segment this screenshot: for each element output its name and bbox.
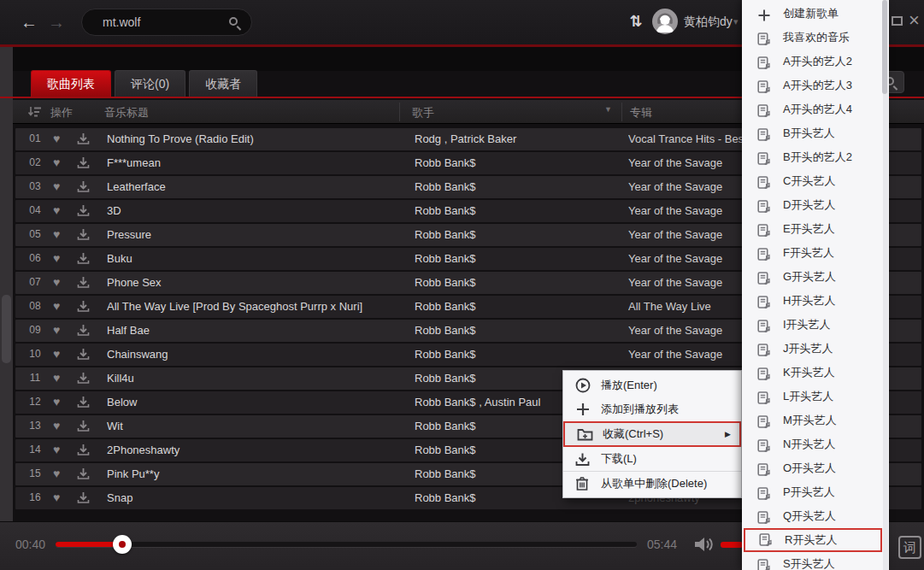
download-icon[interactable]	[77, 372, 90, 387]
progress-bar[interactable]	[56, 542, 637, 547]
like-heart-icon[interactable]: ♥	[53, 395, 60, 408]
download-icon[interactable]	[77, 396, 90, 411]
volume-bar[interactable]	[721, 542, 743, 548]
playlist-menu-item[interactable]: 创建新歌单	[742, 2, 884, 26]
lyrics-button[interactable]: 词	[898, 536, 921, 559]
song-title[interactable]: Chainswang	[107, 348, 406, 361]
sort-icon[interactable]	[28, 106, 42, 120]
like-heart-icon[interactable]: ♥	[53, 347, 60, 361]
download-icon[interactable]	[77, 444, 90, 459]
like-heart-icon[interactable]: ♥	[53, 467, 60, 480]
tab-song-list[interactable]: 歌曲列表	[31, 70, 111, 97]
like-heart-icon[interactable]: ♥	[53, 371, 60, 385]
like-heart-icon[interactable]: ♥	[53, 132, 60, 145]
context-menu-item[interactable]: 添加到播放列表 ▶	[563, 397, 741, 421]
download-icon[interactable]	[77, 348, 90, 363]
playlist-menu-item[interactable]: R开头艺人	[744, 528, 882, 552]
download-icon[interactable]	[77, 467, 90, 483]
header-title[interactable]: 音乐标题	[104, 105, 149, 120]
song-title[interactable]: Leatherface	[107, 180, 406, 193]
like-heart-icon[interactable]: ♥	[53, 419, 60, 432]
like-heart-icon[interactable]: ♥	[53, 203, 60, 217]
playlist-menu-item[interactable]: M开头艺人	[742, 408, 884, 432]
download-icon[interactable]	[77, 156, 90, 172]
song-title[interactable]: Pressure	[107, 228, 406, 241]
song-title[interactable]: Phone Sex	[107, 276, 406, 289]
playlist-menu-item[interactable]: O开头艺人	[742, 456, 884, 480]
playlist-menu-item[interactable]: 我喜欢的音乐	[742, 26, 884, 50]
download-icon[interactable]	[77, 300, 90, 315]
playlist-menu-item[interactable]: I开头艺人	[742, 313, 884, 337]
song-artist[interactable]: Robb Bank$	[415, 228, 620, 241]
search-icon[interactable]	[229, 17, 238, 26]
song-title[interactable]: Kill4u	[107, 372, 406, 385]
playlist-menu-item[interactable]: A开头的艺人3	[742, 73, 884, 97]
song-title[interactable]: Nothing To Prove (Radio Edit)	[107, 132, 406, 145]
song-artist[interactable]: Robb Bank$	[415, 156, 620, 169]
back-button[interactable]: ←	[21, 12, 38, 32]
song-artist[interactable]: Rodg , Patrick Baker	[415, 132, 620, 145]
submenu-scrollbar-track[interactable]	[883, 0, 888, 570]
playlist-menu-item[interactable]: A开头的艺人2	[742, 50, 884, 73]
playlist-menu-item[interactable]: K开头艺人	[742, 361, 884, 385]
playlist-menu-item[interactable]: A开头的艺人4	[742, 97, 884, 121]
username[interactable]: 黄柏钧dy	[684, 15, 733, 30]
song-title[interactable]: Half Bae	[107, 324, 406, 337]
playlist-menu-item[interactable]: C开头艺人	[742, 169, 884, 193]
like-heart-icon[interactable]: ♥	[53, 156, 60, 169]
song-title[interactable]: 2Phoneshawty	[107, 444, 406, 456]
playlist-menu-item[interactable]: B开头艺人	[742, 121, 884, 145]
song-title[interactable]: Wit	[107, 420, 406, 432]
artist-filter-icon[interactable]: ▼	[604, 105, 612, 114]
playlist-menu-item[interactable]: B开头的艺人2	[742, 145, 884, 169]
song-title[interactable]: Below	[107, 396, 406, 408]
download-icon[interactable]	[77, 491, 90, 507]
chevron-down-icon[interactable]: ▾	[733, 16, 739, 27]
song-artist[interactable]: Robb Bank$	[415, 348, 620, 361]
like-heart-icon[interactable]: ♥	[53, 251, 60, 265]
playlist-menu-item[interactable]: F开头艺人	[742, 241, 884, 265]
song-artist[interactable]: Robb Bank$	[415, 324, 620, 337]
song-artist[interactable]: Robb Bank$	[415, 300, 620, 313]
context-menu-item[interactable]: 从歌单中删除(Delete) ▶	[563, 471, 741, 495]
search-input[interactable]	[103, 13, 222, 32]
song-title[interactable]: F***umean	[107, 156, 406, 169]
playlist-menu-item[interactable]: Q开头艺人	[742, 504, 884, 528]
tab-collectors[interactable]: 收藏者	[189, 70, 257, 97]
song-artist[interactable]: Robb Bank$	[415, 276, 620, 289]
download-icon[interactable]	[77, 204, 90, 220]
context-menu-item[interactable]: 收藏(Ctrl+S) ▶	[563, 421, 741, 447]
playlist-menu-item[interactable]: G开头艺人	[742, 265, 884, 289]
like-heart-icon[interactable]: ♥	[53, 443, 60, 456]
header-album[interactable]: 专辑	[630, 105, 652, 120]
download-icon[interactable]	[77, 276, 90, 291]
playlist-menu-item[interactable]: E开头艺人	[742, 217, 884, 241]
submenu-scrollbar-thumb[interactable]	[882, 0, 887, 94]
playlist-menu-item[interactable]: J开头艺人	[742, 337, 884, 361]
playlist-menu-item[interactable]: D开头艺人	[742, 193, 884, 217]
playlist-menu-item[interactable]: H开头艺人	[742, 289, 884, 313]
like-heart-icon[interactable]: ♥	[53, 491, 60, 504]
song-artist[interactable]: Robb Bank$	[415, 180, 620, 193]
left-scrollbar-thumb[interactable]	[2, 295, 11, 363]
download-icon[interactable]	[77, 324, 90, 339]
sync-icon[interactable]: ⇅	[625, 10, 647, 32]
like-heart-icon[interactable]: ♥	[53, 227, 60, 241]
context-menu-item[interactable]: 下载(L) ▶	[563, 447, 741, 471]
song-title[interactable]: 3D	[107, 204, 406, 217]
tab-comments[interactable]: 评论(0)	[115, 70, 185, 97]
download-icon[interactable]	[77, 420, 90, 435]
download-icon[interactable]	[77, 180, 90, 196]
close-button[interactable]: ×	[909, 9, 920, 32]
playlist-menu-item[interactable]: P开头艺人	[742, 480, 884, 504]
volume-icon[interactable]	[694, 536, 715, 556]
playlist-menu-item[interactable]: N开头艺人	[742, 432, 884, 456]
playlist-menu-item[interactable]: L开头艺人	[742, 385, 884, 408]
song-artist[interactable]: Robb Bank$	[415, 252, 620, 265]
download-icon[interactable]	[77, 132, 90, 148]
context-menu-item[interactable]: 播放(Enter) ▶	[563, 373, 741, 397]
download-icon[interactable]	[77, 252, 90, 267]
forward-button[interactable]: →	[48, 12, 65, 32]
like-heart-icon[interactable]: ♥	[53, 275, 60, 289]
avatar[interactable]	[652, 9, 678, 34]
